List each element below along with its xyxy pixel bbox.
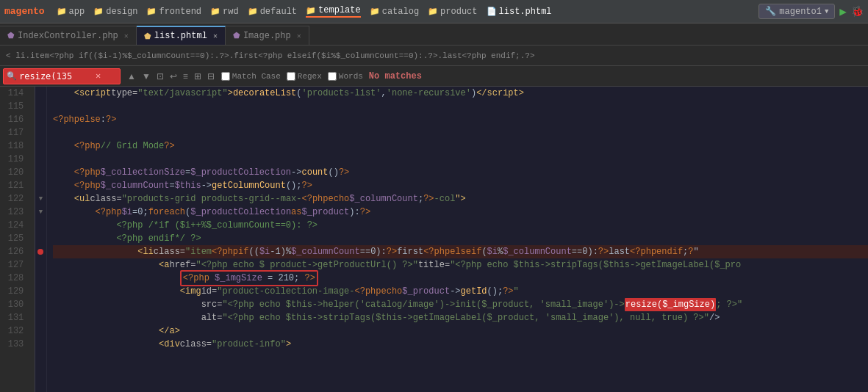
folder-icon: 📁 xyxy=(57,7,67,16)
tab-close-listphtml[interactable]: ✕ xyxy=(213,32,218,40)
line-num-132: 132 xyxy=(3,324,29,338)
tab-imagephp[interactable]: ⬟ Image.php ✕ xyxy=(226,26,309,45)
folder-icon: 📁 xyxy=(210,7,220,16)
top-nav: magento 📁 app 📁 design 📁 frontend 📁 rwd … xyxy=(0,0,868,23)
folder-icon: 📁 xyxy=(306,6,316,15)
match-case-label: Match Case xyxy=(232,72,281,81)
search-wrap-button[interactable]: ↩ xyxy=(168,70,179,83)
code-line-130: src="<?php echo $this->helper('catalog/i… xyxy=(53,298,868,311)
nav-item-app[interactable]: 📁 app xyxy=(57,7,85,17)
search-icon: 🔍 xyxy=(7,71,17,81)
line-num-129: 129 xyxy=(3,285,29,298)
fold-arrow[interactable]: ▼ xyxy=(39,195,43,203)
line-num-130: 130 xyxy=(3,298,29,311)
line-num-117: 117 xyxy=(3,126,29,139)
line-num-114: 114 xyxy=(3,87,29,100)
run-button[interactable]: ▶ xyxy=(839,4,847,19)
breakpoint-dot[interactable] xyxy=(37,249,43,255)
search-input[interactable] xyxy=(19,71,93,81)
php-icon: ⬟ xyxy=(233,31,240,40)
file-tabs: ⬟ IndexController.php ✕ ⬟ list.phtml ✕ ⬟… xyxy=(0,23,868,46)
code-line-132: </a> xyxy=(53,324,868,338)
code-line-115 xyxy=(53,100,868,113)
line-num-128: 128 xyxy=(3,272,29,285)
line-num-115: 115 xyxy=(3,100,29,113)
search-input-wrap: 🔍 ✕ xyxy=(3,68,121,84)
line-num-122: 122 xyxy=(3,192,29,206)
line-numbers: 114 115 116 117 118 119 120 121 122 123 … xyxy=(0,87,35,392)
file-icon: 📄 xyxy=(487,7,497,16)
html-icon: ⬟ xyxy=(144,32,151,41)
top-nav-right: 🔧 magento1 ▼ ▶ 🐞 xyxy=(758,4,864,19)
search-extra3[interactable]: ⊟ xyxy=(205,70,217,83)
project-icon: 🔧 xyxy=(765,6,776,17)
folder-icon: 📁 xyxy=(146,7,157,16)
search-extra1[interactable]: ≡ xyxy=(181,70,190,83)
regex-label: Regex xyxy=(298,72,322,81)
brand-label[interactable]: magento xyxy=(4,6,45,17)
line-num-120: 120 xyxy=(3,166,29,179)
words-label: Words xyxy=(339,72,363,81)
tab-indexcontroller[interactable]: ⬟ IndexController.php ✕ xyxy=(0,26,137,45)
nav-item-template[interactable]: 📁 template xyxy=(306,5,361,18)
line-num-124: 124 xyxy=(3,219,29,232)
debug-button[interactable]: 🐞 xyxy=(851,5,864,18)
code-line-122: <ul class="products-grid products-grid--… xyxy=(53,192,868,206)
words-checkbox[interactable] xyxy=(328,72,337,81)
line-num-127: 127 xyxy=(3,258,29,272)
line-num-119: 119 xyxy=(3,153,29,166)
code-line-120: <?php $_collectionSize = $_productCollec… xyxy=(53,166,868,179)
breadcrumb: < li.item<?php if(($i-1)%$_columnCount==… xyxy=(0,46,868,66)
editor-gutter: ▼ ▼ xyxy=(35,87,47,392)
code-content[interactable]: <script type="text/javascript">decorateL… xyxy=(47,87,868,392)
nav-item-rwd[interactable]: 📁 rwd xyxy=(210,7,239,17)
search-filter-button[interactable]: ⊡ xyxy=(154,70,166,83)
nav-item-frontend[interactable]: 📁 frontend xyxy=(146,7,201,17)
no-matches-label: No matches xyxy=(369,71,422,81)
search-clear-button[interactable]: ✕ xyxy=(96,70,101,81)
line-num-133: 133 xyxy=(3,338,29,351)
dropdown-icon: ▼ xyxy=(825,8,828,15)
code-line-127: <a href="<?php echo $ product->getProduc… xyxy=(53,258,868,272)
code-line-125: <?php endif*/ ?> xyxy=(53,232,868,245)
nav-item-product[interactable]: 📁 product xyxy=(428,7,477,17)
tab-close-indexcontroller[interactable]: ✕ xyxy=(124,32,129,40)
code-line-124: <?php /*if ($i++%$_columnCount==0): ?> xyxy=(53,219,868,232)
nav-item-default[interactable]: 📁 default xyxy=(248,7,297,17)
nav-item-design[interactable]: 📁 design xyxy=(93,7,137,17)
code-line-133: <div class="product-info"> xyxy=(53,338,868,351)
nav-item-catalog[interactable]: 📁 catalog xyxy=(370,7,419,17)
match-case-checkbox[interactable] xyxy=(221,72,230,81)
match-case-option[interactable]: Match Case xyxy=(221,72,281,81)
code-line-128: <?php $_imgSize = 210; ?> xyxy=(53,272,868,285)
nav-item-listphtml[interactable]: 📄 list.phtml xyxy=(487,7,552,17)
code-line-114: <script type="text/javascript">decorateL… xyxy=(53,87,868,100)
code-line-126: <li class="item<?php if(($i-1)%$_columnC… xyxy=(53,245,868,258)
line-num-118: 118 xyxy=(3,139,29,153)
code-line-123: <?php $i=0; foreach ($_productCollection… xyxy=(53,206,868,219)
search-extra2[interactable]: ⊞ xyxy=(192,70,204,83)
line-num-131: 131 xyxy=(3,311,29,324)
regex-checkbox[interactable] xyxy=(287,72,295,81)
search-next-button[interactable]: ▼ xyxy=(140,70,153,83)
code-line-131: alt="<?php echo $this->stripTags($this->… xyxy=(53,311,868,324)
folder-icon: 📁 xyxy=(93,7,104,16)
code-line-129: <img id="product-collection-image-<?php … xyxy=(53,285,868,298)
line-num-126: 126 xyxy=(3,245,29,258)
code-line-119 xyxy=(53,153,868,166)
code-line-121: <?php $_columnCount = $this->getColumnCo… xyxy=(53,179,868,192)
tab-listphtml[interactable]: ⬟ list.phtml ✕ xyxy=(137,26,226,45)
tab-close-imagephp[interactable]: ✕ xyxy=(297,32,301,40)
code-line-117 xyxy=(53,126,868,139)
regex-option[interactable]: Regex xyxy=(287,72,322,81)
fold-arrow[interactable]: ▼ xyxy=(39,208,43,216)
breadcrumb-text: < li.item<?php if(($i-1)%$_columnCount==… xyxy=(6,51,535,60)
line-num-116: 116 xyxy=(3,113,29,126)
project-selector[interactable]: 🔧 magento1 ▼ xyxy=(758,4,835,19)
line-num-125: 125 xyxy=(3,232,29,245)
line-num-123: 123 xyxy=(3,206,29,219)
search-prev-button[interactable]: ▲ xyxy=(125,70,138,83)
folder-icon: 📁 xyxy=(248,7,258,16)
words-option[interactable]: Words xyxy=(328,72,363,81)
folder-icon: 📁 xyxy=(370,7,380,16)
